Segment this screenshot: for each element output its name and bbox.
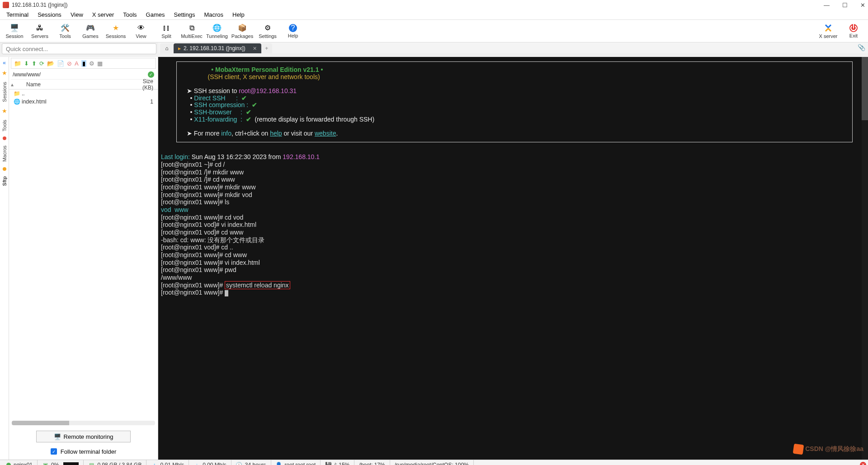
sftp-path-input[interactable]	[11, 71, 148, 78]
h-scrollbar[interactable]	[12, 421, 155, 425]
st-boot[interactable]: /boot: 17%	[354, 460, 390, 465]
side-strip: « ★ Sessions ★ Tools Macros Sftp	[0, 57, 9, 460]
menu-help[interactable]: Help	[228, 10, 249, 19]
tb-view[interactable]: 👁View	[129, 21, 153, 41]
settings-icon: ⚙	[263, 23, 272, 33]
cursor-icon	[225, 290, 228, 296]
tb-packages[interactable]: 📦Packages	[231, 21, 254, 41]
window-title: 192.168.10.31 ([nginx])	[12, 2, 67, 8]
menu-settings[interactable]: Settings	[170, 10, 200, 19]
file-row-parent[interactable]: 📁 ..	[9, 89, 158, 98]
tb-split[interactable]: ⫿⫿Split	[155, 21, 178, 41]
checkbox-checked-icon[interactable]: ✓	[51, 448, 57, 455]
st-cpu[interactable]: ▣0%	[38, 460, 84, 465]
tb-tools[interactable]: 🛠️Tools	[53, 21, 77, 41]
st-disk[interactable]: 💾/: 15%	[321, 460, 354, 465]
refresh-icon[interactable]: ⟳	[39, 60, 44, 67]
packages-icon: 📦	[238, 23, 247, 33]
tb-sessions[interactable]: ★Sessions	[104, 21, 127, 41]
side-tab-tools[interactable]: Tools	[2, 118, 7, 133]
st-up[interactable]: ↑0.01 Mb/s	[146, 460, 189, 465]
file-header: ▴ Name Size (KB)	[9, 80, 158, 89]
tb-multiexec[interactable]: ⧉MultiExec	[180, 21, 203, 41]
st-uptime[interactable]: 🕓34 hours	[231, 460, 271, 465]
dot-icon	[3, 167, 6, 171]
highlighted-command: systemctl reload nginx	[225, 281, 290, 289]
menu-view[interactable]: View	[66, 10, 88, 19]
tb-exit[interactable]: ⏻Exit	[842, 21, 865, 41]
col-size[interactable]: Size (KB)	[131, 78, 158, 91]
tb-settings[interactable]: ⚙Settings	[256, 21, 279, 41]
st-host[interactable]: nginx01	[2, 460, 38, 465]
download-icon[interactable]: ⬇	[24, 60, 29, 67]
menu-terminal[interactable]: Terminal	[2, 10, 33, 19]
xserver-icon	[824, 23, 833, 33]
help-link[interactable]: help	[270, 130, 282, 137]
star-icon: ★	[111, 23, 120, 33]
website-link[interactable]: website	[315, 130, 336, 137]
st-down[interactable]: ↓0.00 Mb/s	[189, 460, 231, 465]
follow-terminal-row[interactable]: ✓ Follow terminal folder	[9, 445, 158, 458]
menu-tools[interactable]: Tools	[118, 10, 141, 19]
disk-icon: 💾	[325, 462, 331, 465]
titlebar: 192.168.10.31 ([nginx]) — ☐ ✕	[0, 0, 868, 10]
remote-monitoring-button[interactable]: 🖥️ Remote monitoring	[36, 431, 131, 442]
tab-new[interactable]: +	[261, 43, 272, 53]
side-tab-sessions[interactable]: Sessions	[2, 80, 7, 104]
pin-icon[interactable]: 📎	[858, 44, 865, 51]
st-mem[interactable]: ▤0.98 GB / 3.84 GB	[84, 460, 146, 465]
st-user[interactable]: 👤root root root	[271, 460, 321, 465]
tab-home[interactable]: ⌂	[160, 43, 174, 53]
st-media[interactable]: /run/media/root/CentOS: 100%	[390, 460, 474, 465]
maximize-button[interactable]: ☐	[842, 2, 848, 9]
menu-xserver[interactable]: X server	[88, 10, 118, 19]
upload-icon[interactable]: ⬆	[32, 60, 37, 67]
tb-servers[interactable]: 🖧Servers	[28, 21, 52, 41]
monitor-icon: 🖥️	[10, 23, 19, 33]
sftp-toolbar: 📁 ⬇ ⬆ ⟳ 📂 📄 ⊘ A ▮ ⚙ ▦	[11, 58, 156, 69]
col-name[interactable]: Name	[15, 81, 131, 88]
gear-icon[interactable]: ⚙	[89, 60, 94, 67]
file-list: 📁 .. 🌐 index.html 1	[9, 89, 158, 418]
html-file-icon: 🌐	[14, 99, 20, 105]
tab-label: 2. 192.168.10.31 ([nginx])	[184, 45, 245, 52]
minimize-button[interactable]: —	[824, 2, 830, 9]
file-row-index[interactable]: 🌐 index.html 1	[9, 98, 158, 106]
tb-session[interactable]: 🖥️Session	[3, 21, 26, 41]
path-ok-icon: ✓	[148, 71, 154, 78]
sftp-panel: 📁 ⬇ ⬆ ⟳ 📂 📄 ⊘ A ▮ ⚙ ▦ ✓ ▴ Name Size (KB)…	[9, 57, 158, 460]
menu-macros[interactable]: Macros	[199, 10, 228, 19]
folder-icon[interactable]: 📁	[14, 60, 21, 67]
tab-close-icon[interactable]: ✕	[253, 46, 257, 52]
side-tab-sftp[interactable]: Sftp	[2, 174, 7, 188]
newfolder-icon[interactable]: 📂	[47, 60, 54, 67]
tb-xserver[interactable]: X server	[816, 21, 840, 41]
menu-sessions[interactable]: Sessions	[33, 10, 66, 19]
download-icon: ↓	[193, 462, 200, 465]
clock-icon: 🕓	[236, 462, 242, 465]
sort-icon[interactable]: ▴	[9, 81, 15, 88]
tb-games[interactable]: 🎮Games	[79, 21, 102, 41]
side-tab-macros[interactable]: Macros	[2, 144, 7, 164]
tb-tunneling[interactable]: 🌐Tunneling	[205, 21, 229, 41]
quick-connect-input[interactable]	[2, 43, 156, 54]
ram-icon: ▤	[88, 462, 94, 465]
highlight-icon[interactable]: ▮	[81, 60, 86, 67]
menu-games[interactable]: Games	[142, 10, 170, 19]
statusbar: nginx01 ▣0% ▤0.98 GB / 3.84 GB ↑0.01 Mb/…	[0, 460, 868, 465]
upload-icon: ↑	[151, 462, 157, 465]
split-icon: ⫿⫿	[162, 23, 171, 33]
close-button[interactable]: ✕	[860, 2, 865, 9]
terminal-scrollbar[interactable]	[862, 57, 868, 460]
collapse-icon[interactable]: «	[3, 60, 6, 66]
tb-help[interactable]: ?Help	[281, 21, 305, 41]
edit-icon[interactable]: A	[75, 60, 79, 67]
star-icon: ★	[2, 108, 7, 114]
newfile-icon[interactable]: 📄	[57, 60, 64, 67]
delete-icon[interactable]: ⊘	[67, 60, 72, 67]
tab-session-active[interactable]: ▸ 2. 192.168.10.31 ([nginx]) ✕	[174, 43, 261, 53]
home-icon: ⌂	[165, 45, 168, 52]
statusbar-close-icon[interactable]: ✕	[860, 462, 866, 465]
grid-icon[interactable]: ▦	[97, 60, 103, 67]
terminal-output[interactable]: • MobaXterm Personal Edition v21.1 • (SS…	[158, 57, 868, 460]
